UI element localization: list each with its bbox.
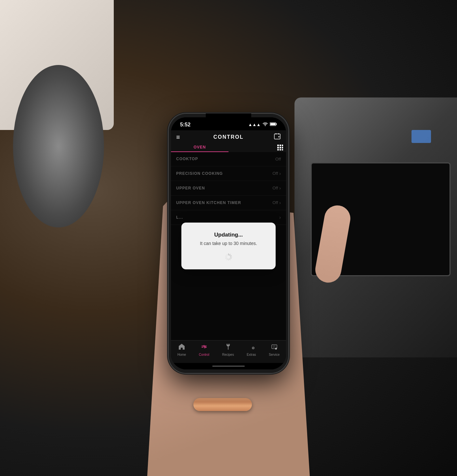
svg-rect-10 bbox=[280, 145, 281, 146]
bottom-nav: Home Co bbox=[171, 340, 286, 363]
tab-row: OVEN bbox=[171, 142, 286, 152]
grid-icon[interactable] bbox=[277, 144, 283, 152]
home-label: Home bbox=[177, 353, 186, 356]
add-schedule-icon[interactable] bbox=[271, 133, 281, 142]
app-content: 5:52 ▲▲▲ bbox=[171, 117, 286, 369]
signal-icon: ▲▲▲ bbox=[248, 122, 261, 127]
update-modal-overlay: Updating... It can take up to 30 minutes… bbox=[171, 152, 286, 340]
svg-rect-14 bbox=[282, 147, 283, 148]
nav-extras[interactable]: Extras bbox=[247, 343, 256, 356]
stove-knob bbox=[13, 65, 104, 227]
control-label: Control bbox=[199, 353, 209, 356]
svg-point-0 bbox=[265, 125, 266, 126]
home-indicator bbox=[171, 363, 286, 369]
phone-notch bbox=[206, 113, 251, 123]
svg-rect-2 bbox=[276, 123, 277, 125]
update-dialog: Updating... It can take up to 30 minutes… bbox=[181, 223, 276, 269]
nav-control[interactable]: Control bbox=[199, 343, 209, 356]
svg-line-22 bbox=[230, 258, 231, 259]
wifi-icon bbox=[263, 122, 268, 127]
svg-rect-3 bbox=[270, 123, 276, 125]
loading-spinner bbox=[224, 252, 233, 262]
control-icon bbox=[201, 343, 208, 352]
svg-rect-31 bbox=[202, 347, 203, 348]
svg-rect-17 bbox=[282, 149, 283, 150]
app-header: ≡ CONTROL bbox=[171, 130, 286, 142]
oven-light bbox=[411, 130, 431, 143]
svg-line-20 bbox=[230, 255, 231, 256]
battery-icon bbox=[270, 122, 277, 127]
bracelet bbox=[193, 398, 252, 411]
update-subtitle: It can take up to 30 minutes. bbox=[189, 241, 268, 246]
nav-service[interactable]: S Service bbox=[269, 343, 280, 356]
recipes-icon bbox=[225, 343, 232, 352]
svg-line-23 bbox=[229, 259, 230, 260]
svg-line-19 bbox=[229, 254, 230, 255]
phone-frame: 5:52 ▲▲▲ bbox=[168, 113, 289, 373]
svg-rect-15 bbox=[277, 149, 279, 150]
tab-oven[interactable]: OVEN bbox=[171, 142, 228, 152]
nav-recipes[interactable]: Recipes bbox=[222, 343, 234, 356]
phone-screen: 5:52 ▲▲▲ bbox=[171, 117, 286, 369]
svg-rect-12 bbox=[277, 147, 279, 148]
svg-rect-16 bbox=[280, 149, 281, 150]
svg-rect-11 bbox=[282, 145, 283, 146]
svg-point-35 bbox=[204, 347, 205, 348]
svg-rect-9 bbox=[277, 145, 279, 146]
extras-label: Extras bbox=[247, 353, 256, 356]
svg-line-25 bbox=[227, 259, 228, 260]
svg-line-28 bbox=[226, 255, 227, 256]
recipes-label: Recipes bbox=[222, 353, 234, 356]
service-icon: S bbox=[271, 343, 278, 352]
svg-line-29 bbox=[227, 254, 228, 255]
home-bar bbox=[212, 366, 245, 367]
extras-icon bbox=[248, 343, 255, 352]
phone-device: 5:52 ▲▲▲ bbox=[168, 113, 289, 373]
page-title: CONTROL bbox=[186, 134, 271, 140]
svg-rect-13 bbox=[280, 147, 281, 148]
nav-home[interactable]: Home bbox=[177, 343, 186, 356]
status-icons: ▲▲▲ bbox=[248, 122, 277, 127]
svg-rect-4 bbox=[274, 134, 280, 139]
menu-icon[interactable]: ≡ bbox=[176, 134, 186, 141]
home-icon bbox=[178, 343, 185, 352]
menu-items-list: COOKTOP Off PRECISION COOKING Off › UPPE… bbox=[171, 152, 286, 340]
status-time: 5:52 bbox=[180, 122, 190, 128]
service-label: Service bbox=[269, 353, 280, 356]
update-title: Updating... bbox=[189, 232, 268, 238]
svg-line-26 bbox=[226, 258, 227, 259]
